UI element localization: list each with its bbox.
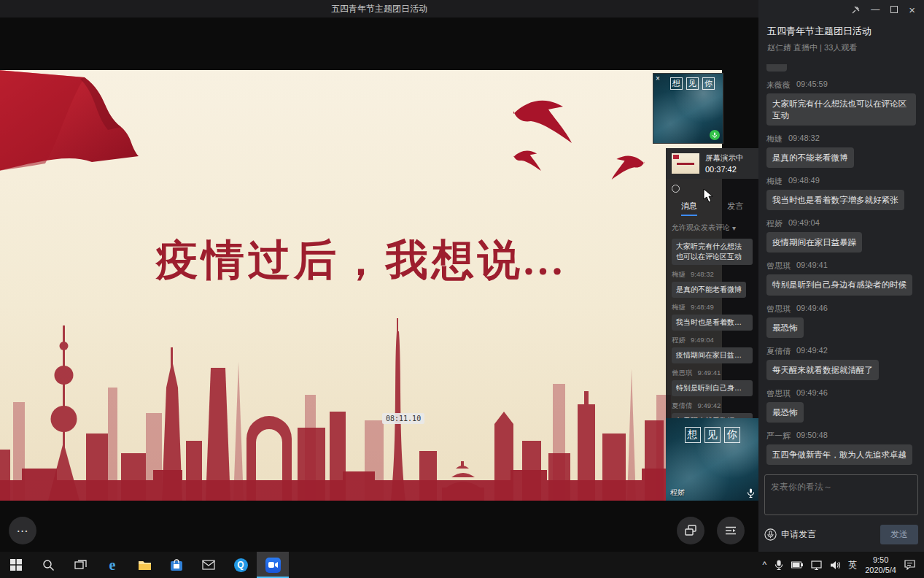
network-icon[interactable] [811,560,822,570]
meeting-app-button[interactable] [257,552,289,578]
message-bubble: 我当时也是看着数字增多就好紧张 [766,190,904,210]
participant-name: 程娇 [670,488,685,498]
video-poster: 想见你 程娇 [666,418,758,501]
store-icon [170,558,183,571]
edge-icon: e [109,557,116,574]
window-controls: — × [758,0,924,19]
sender-name: 严一辉 [766,431,791,442]
chat-message: 程娇 9:49:04 疫情期间在家日益暴躁 [672,336,753,363]
chat-message: 夏倩倩 09:49:42 每天醒来就看数据就清醒了 [766,346,916,380]
search-icon [42,559,55,571]
video-poster: × 想见你 [653,74,723,143]
start-button[interactable] [0,552,32,578]
member-list-button[interactable] [717,517,745,544]
sender-name: 曾思琪 [672,369,693,378]
meeting-app-icon [265,558,281,573]
taskbar: e Q [0,552,924,578]
hidden-icons-chevron[interactable]: ^ [763,560,767,570]
chat-footer: 申请发言 发送 [764,523,918,546]
pin-icon[interactable] [852,6,860,14]
slide-title: 疫情过后，我想说... [0,232,722,289]
clipped-message: … [766,64,787,72]
store-button[interactable] [160,552,193,578]
chat-message: 梅婕 9:48:32 是真的不能老看微博 [672,270,753,298]
message-bubble: 大家听完有什么想法也可以在评论区互动 [766,93,916,126]
apply-to-speak-button[interactable]: 申请发言 [764,528,816,541]
message-time: 09:49:42 [796,346,828,357]
qq-icon: Q [234,558,248,572]
shared-slide: 疫情过后，我想说... [0,70,722,501]
bird-icon [510,93,575,143]
sender-name: 曾思琪 [766,304,791,315]
message-bubble: 是真的不能老看微博 [766,147,854,168]
red-flag-graphic [0,70,155,183]
edge-browser-button[interactable]: e [96,552,128,578]
caret-down-icon: ▾ [732,224,736,232]
more-options-button[interactable]: ⋯ [9,517,36,544]
message-bubble: 特别是听到自己身边有感染者的时候 [766,274,912,295]
comment-input[interactable] [764,474,918,515]
send-button[interactable]: 发送 [880,525,918,544]
message-time: 09:45:59 [796,80,828,90]
chat-tab[interactable]: 消息 [681,201,697,216]
app-window: 五四青年节主题团日活动 疫 [0,0,924,578]
timestamp-chip: 08:11.10 [382,413,424,424]
close-icon[interactable]: × [909,4,915,15]
change-layout-button[interactable] [677,517,704,544]
chat-message: 曾思琪 9:49:41 特别是听到自己身边有感染者的时候 [672,369,753,396]
microphone-on-icon [710,130,720,140]
mail-button[interactable] [193,552,225,578]
chat-message: 梅婕 9:48:49 我当时也是看着数字增多就好紧张 [672,303,753,331]
main-stage: 五四青年节主题团日活动 疫 [0,0,758,552]
microphone-tray-icon[interactable] [774,560,783,571]
taskbar-clock[interactable]: 9:50 2020/5/4 [865,555,896,576]
message-time: 9:49:41 [698,369,721,378]
volume-icon[interactable] [830,560,840,570]
message-time: 09:48:49 [788,176,820,187]
microphone-icon [764,528,777,541]
chat-message: 严一辉 09:50:48 五四争做新青年，敢为人先追求卓越 [766,431,916,465]
battery-icon[interactable] [791,561,803,569]
message-time: 09:50:48 [796,431,828,442]
task-view-icon [74,559,87,571]
message-time: 09:48:32 [788,134,820,144]
ime-indicator[interactable]: 英 [848,559,857,571]
search-button[interactable] [32,552,64,578]
speaker-video-thumbnail[interactable]: 想见你 程娇 [666,418,758,501]
list-icon [723,523,739,539]
chat-message: 程娇 09:49:04 疫情期间在家日益暴躁 [766,218,916,253]
chat-sidebar: — × 五四青年节主题团日活动 赵仁婧 直播中 | 33人观看 … 来薇薇 09… [758,0,924,552]
meeting-title: 五四青年节主题团日活动 [767,25,915,38]
message-bubble: 是真的不能老看微博 [672,282,746,298]
qq-button[interactable]: Q [225,552,257,578]
chat-message-list[interactable]: … 来薇薇 09:45:59 大家听完有什么想法也可以在评论区互动 梅婕 [758,64,924,470]
minimize-icon[interactable]: — [871,5,880,14]
chat-message: 曾思琪 09:49:41 特别是听到自己身边有感染者的时候 [766,261,916,295]
screenshare-timer: 00:37:42 [705,165,744,174]
city-skyline-graphic [0,318,722,501]
task-view-button[interactable] [64,552,96,578]
action-center-icon[interactable] [904,560,915,570]
close-video-icon[interactable]: × [656,75,660,82]
screenshare-status-panel[interactable]: 屏幕演示中 00:37:42 [666,148,758,179]
message-time: 9:48:32 [691,270,714,280]
message-bubble: 疫情期间在家日益暴躁 [672,347,753,363]
comment-permission-control[interactable]: 允许观众发表评论 ▾ [672,223,753,233]
file-explorer-button[interactable] [128,552,160,578]
sender-name: 程娇 [766,218,783,229]
message-bubble: 五四争做新青年，敢为人先追求卓越 [766,444,912,465]
overlay-message-list: 大家听完有什么想法也可以在评论区互动 梅婕 9:48:32 是真的不能老看微博 … [672,239,753,429]
chat-tab[interactable]: 发言 [727,201,743,216]
sender-name: 程娇 [672,336,686,345]
sender-name: 夏倩倩 [672,401,693,411]
restore-icon[interactable] [890,6,898,13]
sender-name: 曾思琪 [766,261,791,271]
message-bubble: 特别是听到自己身边有感染者的时候 [672,380,753,396]
message-bubble: 最恐怖 [766,402,804,423]
collapse-toggle-icon[interactable] [672,185,680,193]
sender-name: 梅婕 [766,134,783,144]
participant-video-floating[interactable]: × 想见你 [653,73,723,144]
overlay-chat-tabs: 消息 发言 [666,201,758,216]
chat-message: 梅婕 09:48:32 是真的不能老看微博 [766,134,916,168]
bird-icon [610,152,646,180]
